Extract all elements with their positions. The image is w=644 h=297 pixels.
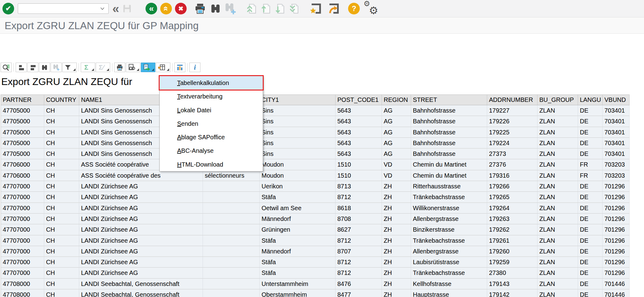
table-cell[interactable]: 179227 bbox=[487, 105, 537, 116]
menu-item-senden[interactable]: Senden bbox=[160, 117, 263, 130]
command-field[interactable] bbox=[18, 3, 109, 14]
table-cell[interactable]: 179262 bbox=[487, 224, 537, 235]
table-cell[interactable]: ZLAN bbox=[537, 246, 578, 257]
table-cell[interactable]: ZLAN bbox=[537, 127, 578, 138]
table-cell[interactable]: 47707000 bbox=[1, 214, 44, 224]
table-cell[interactable]: CH bbox=[44, 235, 79, 246]
enter-button[interactable]: ✔ bbox=[2, 3, 14, 14]
info-button[interactable]: i bbox=[189, 63, 200, 72]
table-cell[interactable]: CH bbox=[44, 127, 79, 138]
table-cell[interactable]: Sins bbox=[260, 105, 336, 116]
table-cell[interactable]: DE bbox=[578, 279, 603, 289]
table-cell[interactable]: Stäfa bbox=[260, 257, 336, 268]
table-cell[interactable]: AG bbox=[382, 127, 411, 138]
table-cell[interactable]: VD bbox=[382, 170, 411, 181]
table-cell[interactable]: CH bbox=[44, 257, 79, 268]
table-cell[interactable]: AG bbox=[382, 105, 411, 116]
table-cell[interactable]: ZLAN bbox=[537, 116, 578, 127]
table-cell[interactable]: 8712 bbox=[336, 192, 382, 202]
find-button[interactable] bbox=[39, 63, 50, 72]
table-cell[interactable]: 47705000 bbox=[1, 148, 44, 159]
table-cell[interactable]: Bahnhofstrasse bbox=[411, 138, 487, 148]
table-cell[interactable]: Willikonerstrasse bbox=[411, 203, 487, 214]
table-cell[interactable]: DE bbox=[578, 289, 603, 297]
table-cell[interactable]: ZLAN bbox=[537, 289, 578, 297]
table-cell[interactable]: CH bbox=[44, 105, 79, 116]
table-cell[interactable]: CH bbox=[44, 268, 79, 278]
table-cell[interactable]: DE bbox=[578, 192, 603, 202]
column-header-addrnumber[interactable]: ADDRNUMBER bbox=[487, 95, 537, 105]
table-cell[interactable] bbox=[203, 224, 260, 235]
table-cell[interactable]: 8712 bbox=[336, 257, 382, 268]
chevron-down-icon[interactable] bbox=[99, 7, 106, 10]
table-cell[interactable]: ZH bbox=[382, 257, 411, 268]
table-cell[interactable]: Stäfa bbox=[260, 235, 336, 246]
table-cell[interactable]: ZH bbox=[382, 268, 411, 278]
table-cell[interactable]: ZLAN bbox=[537, 192, 578, 202]
table-cell[interactable]: 179261 bbox=[487, 235, 537, 246]
table-cell[interactable]: CH bbox=[44, 148, 79, 159]
cancel-button[interactable]: ✖ bbox=[175, 3, 187, 14]
table-cell[interactable]: CH bbox=[44, 289, 79, 297]
table-cell[interactable]: Sins bbox=[260, 116, 336, 127]
table-cell[interactable]: 47705000 bbox=[1, 105, 44, 116]
table-cell[interactable]: 703203 bbox=[603, 170, 630, 181]
menu-item-abc-analyse[interactable]: ABC-Analyse bbox=[160, 144, 263, 157]
column-header-post_code1[interactable]: POST_CODE1 bbox=[336, 95, 382, 105]
table-cell[interactable]: 47705000 bbox=[1, 138, 44, 148]
table-cell[interactable]: 5643 bbox=[336, 148, 382, 159]
menu-item-html-download[interactable]: HTML-Download bbox=[160, 158, 263, 171]
table-cell[interactable]: 703401 bbox=[603, 127, 630, 138]
table-cell[interactable]: ZH bbox=[382, 181, 411, 192]
table-cell[interactable]: CH bbox=[44, 159, 79, 170]
table-cell[interactable]: DE bbox=[578, 127, 603, 138]
table-cell[interactable]: ZLAN bbox=[537, 181, 578, 192]
table-cell[interactable]: ZH bbox=[382, 289, 411, 297]
collapse-toolbar-icon[interactable]: « bbox=[112, 3, 119, 14]
column-header-street[interactable]: STREET bbox=[411, 95, 487, 105]
table-cell[interactable]: 8712 bbox=[336, 235, 382, 246]
table-cell[interactable]: AG bbox=[382, 116, 411, 127]
table-cell[interactable]: 701446 bbox=[603, 279, 630, 289]
table-cell[interactable]: Hauptstrasse bbox=[411, 289, 487, 297]
table-cell[interactable]: 47707000 bbox=[1, 203, 44, 214]
graphic-button[interactable] bbox=[174, 63, 185, 72]
set-filter-button[interactable] bbox=[62, 63, 77, 72]
table-cell[interactable]: 8476 bbox=[336, 279, 382, 289]
table-cell[interactable]: DE bbox=[578, 214, 603, 224]
table-cell[interactable]: Binzikerstrasse bbox=[411, 224, 487, 235]
table-cell[interactable] bbox=[203, 214, 260, 224]
print-icon[interactable] bbox=[194, 2, 206, 15]
table-cell[interactable]: DE bbox=[578, 257, 603, 268]
table-cell[interactable]: Allenbergstrasse bbox=[411, 246, 487, 257]
table-cell[interactable]: AG bbox=[382, 138, 411, 148]
table-cell[interactable]: Oetwil am See bbox=[260, 203, 336, 214]
table-cell[interactable]: 47708000 bbox=[1, 289, 44, 297]
table-cell[interactable]: ZLAN bbox=[537, 214, 578, 224]
table-cell[interactable]: 1510 bbox=[336, 170, 382, 181]
table-cell[interactable]: CH bbox=[44, 214, 79, 224]
table-cell[interactable]: 701296 bbox=[603, 246, 630, 257]
table-cell[interactable]: 179226 bbox=[487, 116, 537, 127]
table-cell[interactable] bbox=[203, 192, 260, 202]
table-cell[interactable]: 8707 bbox=[336, 246, 382, 257]
table-cell[interactable]: 179143 bbox=[487, 279, 537, 289]
table-cell[interactable]: Grüningen bbox=[260, 224, 336, 235]
table-cell[interactable]: LANDI Zürichsee AG bbox=[79, 214, 203, 224]
back-button[interactable]: « bbox=[145, 3, 157, 14]
table-cell[interactable]: Bahnhofstrasse bbox=[411, 116, 487, 127]
table-cell[interactable] bbox=[203, 181, 260, 192]
table-cell[interactable]: 47706000 bbox=[1, 170, 44, 181]
table-cell[interactable]: LANDI Zürichsee AG bbox=[79, 192, 203, 202]
table-cell[interactable]: ZLAN bbox=[537, 279, 578, 289]
table-cell[interactable]: Tränkebachstrasse bbox=[411, 192, 487, 202]
table-cell[interactable]: Tränkebachstrasse bbox=[411, 235, 487, 246]
table-cell[interactable]: Bahnhofstrasse bbox=[411, 105, 487, 116]
table-cell[interactable]: DE bbox=[578, 105, 603, 116]
table-cell[interactable]: 179260 bbox=[487, 246, 537, 257]
table-cell[interactable]: 47707000 bbox=[1, 224, 44, 235]
table-cell[interactable]: Männedorf bbox=[260, 246, 336, 257]
table-cell[interactable]: 179225 bbox=[487, 127, 537, 138]
table-cell[interactable]: 8627 bbox=[336, 224, 382, 235]
table-cell[interactable]: 47708000 bbox=[1, 279, 44, 289]
